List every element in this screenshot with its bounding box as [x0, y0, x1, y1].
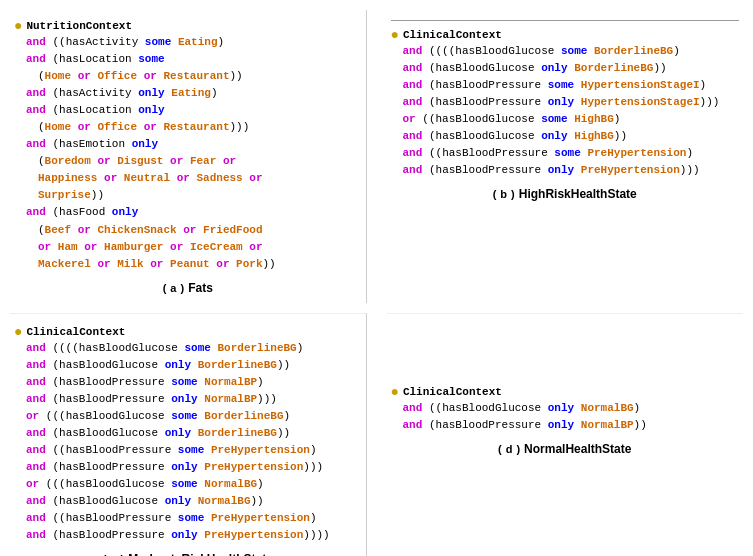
caption-d-letter-open: ( [498, 443, 502, 455]
line-a-13: or Ham or Hamburger or IceCream or [26, 239, 362, 256]
line-a-9: Happiness or Neutral or Sadness or [26, 170, 362, 187]
caption-d-letter-close: ) [516, 443, 520, 455]
line-c-7: and ((hasBloodPressure some PreHypertens… [26, 442, 362, 459]
panel-c-title: ● ClinicalContext [14, 324, 362, 340]
line-a-4: and (hasActivity only Eating) [26, 85, 362, 102]
line-c-1: and ((((hasBloodGlucose some BorderlineB… [26, 340, 362, 357]
line-c-5: or (((hasBloodGlucose some BorderlineBG) [26, 408, 362, 425]
panel-c-title-text: ClinicalContext [26, 326, 125, 338]
line-b-3: and (hasBloodPressure some HypertensionS… [403, 77, 740, 94]
divider-b [391, 20, 740, 21]
line-a-1: and ((hasActivity some Eating) [26, 34, 362, 51]
caption-a-letter: ( [163, 282, 167, 294]
line-c-12: and (hasBloodPressure only PreHypertensi… [26, 527, 362, 544]
line-c-8: and (hasBloodPressure only PreHypertensi… [26, 459, 362, 476]
caption-c: ( c ) ModerateRiskHealthState [14, 552, 362, 556]
line-a-12: (Beef or ChickenSnack or FriedFood [26, 222, 362, 239]
bullet-c: ● [14, 324, 22, 340]
bullet-b: ● [391, 27, 399, 43]
main-container: ● NutritionContext and ((hasActivity som… [10, 10, 743, 556]
line-a-14: Mackerel or Milk or Peanut or Pork)) [26, 256, 362, 273]
bullet-a: ● [14, 18, 22, 34]
panel-b: ● ClinicalContext and ((((hasBloodGlucos… [387, 10, 744, 303]
panel-c: ● ClinicalContext and ((((hasBloodGlucos… [10, 313, 367, 556]
line-c-10: and (hasBloodGlucose only NormalBG)) [26, 493, 362, 510]
line-a-7: and (hasEmotion only [26, 136, 362, 153]
line-a-6: (Home or Office or Restaurant))) [26, 119, 362, 136]
line-c-9: or (((hasBloodGlucose some NormalBG) [26, 476, 362, 493]
caption-a-name: Fats [188, 281, 213, 295]
panel-a-content: and ((hasActivity some Eating) and (hasL… [14, 34, 362, 273]
panel-d: ● ClinicalContext and ((hasBloodGlucose … [387, 313, 744, 556]
caption-b-letter-close: ) [511, 188, 515, 200]
panel-b-title: ● ClinicalContext [391, 27, 740, 43]
bullet-d: ● [391, 384, 399, 400]
line-a-11: and (hasFood only [26, 204, 362, 221]
line-c-3: and (hasBloodPressure some NormalBP) [26, 374, 362, 391]
caption-d-letter-val: d [506, 443, 513, 455]
panel-a: ● NutritionContext and ((hasActivity som… [10, 10, 367, 303]
line-b-1: and ((((hasBloodGlucose some BorderlineB… [403, 43, 740, 60]
caption-b-name: HighRiskHealthState [519, 187, 637, 201]
panel-b-title-text: ClinicalContext [403, 29, 502, 41]
panel-d-title: ● ClinicalContext [391, 384, 740, 400]
caption-b: ( b ) HighRiskHealthState [391, 187, 740, 201]
line-d-1: and ((hasBloodGlucose only NormalBG) [403, 400, 740, 417]
caption-a-letter-val: a [170, 282, 176, 294]
line-a-5: and (hasLocation only [26, 102, 362, 119]
line-d-2: and (hasBloodPressure only NormalBP)) [403, 417, 740, 434]
caption-d: ( d ) NormalHealthState [391, 442, 740, 456]
line-c-4: and (hasBloodPressure only NormalBP))) [26, 391, 362, 408]
panel-d-content: and ((hasBloodGlucose only NormalBG) and… [391, 400, 740, 434]
caption-c-name: ModerateRiskHealthState [128, 552, 273, 556]
panel-a-title-text: NutritionContext [26, 20, 132, 32]
line-c-6: and (hasBloodGlucose only BorderlineBG)) [26, 425, 362, 442]
caption-d-name: NormalHealthState [524, 442, 631, 456]
panel-a-title: ● NutritionContext [14, 18, 362, 34]
line-b-7: and ((hasBloodPressure some PreHypertens… [403, 145, 740, 162]
line-b-6: and (hasBloodGlucose only HighBG)) [403, 128, 740, 145]
caption-a: ( a ) Fats [14, 281, 362, 295]
panel-c-content: and ((((hasBloodGlucose some BorderlineB… [14, 340, 362, 545]
line-c-11: and ((hasBloodPressure some PreHypertens… [26, 510, 362, 527]
line-a-8: (Boredom or Disgust or Fear or [26, 153, 362, 170]
panel-b-content: and ((((hasBloodGlucose some BorderlineB… [391, 43, 740, 179]
line-b-2: and (hasBloodGlucose only BorderlineBG)) [403, 60, 740, 77]
line-b-4: and (hasBloodPressure only HypertensionS… [403, 94, 740, 111]
panel-d-title-text: ClinicalContext [403, 386, 502, 398]
line-c-2: and (hasBloodGlucose only BorderlineBG)) [26, 357, 362, 374]
line-b-8: and (hasBloodPressure only PreHypertensi… [403, 162, 740, 179]
line-a-2: and (hasLocation some [26, 51, 362, 68]
caption-b-letter-val: b [500, 188, 507, 200]
line-b-5: or ((hasBloodGlucose some HighBG) [403, 111, 740, 128]
caption-b-letter-open: ( [493, 188, 497, 200]
line-a-3: (Home or Office or Restaurant)) [26, 68, 362, 85]
caption-a-letter-close: ) [180, 282, 184, 294]
line-a-10: Surprise)) [26, 187, 362, 204]
